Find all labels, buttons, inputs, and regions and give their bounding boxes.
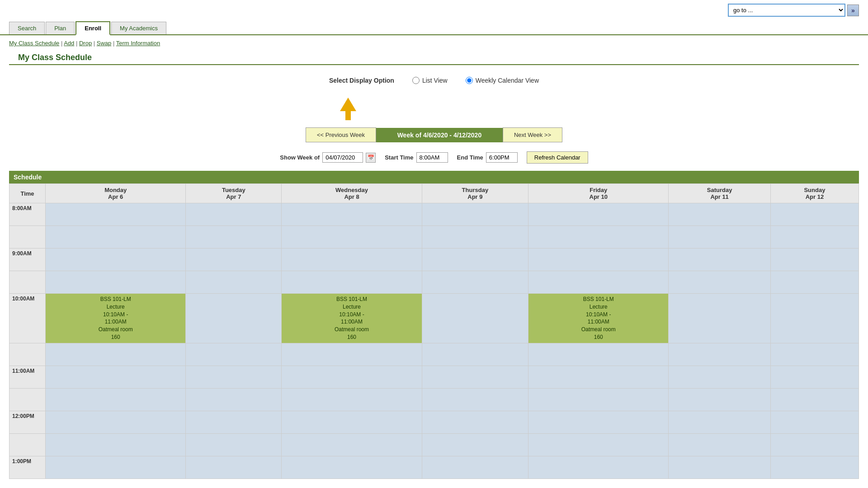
day-cell — [669, 203, 770, 226]
tab-search[interactable]: Search — [9, 22, 45, 34]
prev-week-button[interactable]: << Previous Week — [306, 127, 376, 142]
table-row — [9, 388, 859, 411]
goto-container: go to ... » — [728, 4, 859, 17]
col-sunday: Sunday Apr 12 — [770, 184, 859, 203]
day-cell[interactable]: BSS 101-LMLecture10:10AM -11:00AMOatmeal… — [282, 294, 422, 343]
list-view-option[interactable]: List View — [412, 77, 448, 84]
day-cell — [770, 433, 859, 456]
day-cell — [422, 294, 528, 343]
display-option-row: Select Display Option List View Weekly C… — [0, 72, 868, 89]
day-cell — [669, 366, 770, 388]
tab-plan[interactable]: Plan — [46, 22, 75, 34]
day-cell — [528, 366, 669, 388]
start-time-label: Start Time — [385, 154, 413, 161]
day-cell — [282, 366, 422, 388]
goto-select[interactable]: go to ... — [728, 4, 845, 17]
subnav-swap[interactable]: Swap — [97, 40, 112, 47]
day-cell — [422, 343, 528, 366]
weekly-view-radio[interactable] — [466, 77, 473, 84]
schedule-container: Schedule Time Monday Apr 6 Tuesday Apr 7… — [9, 171, 859, 479]
refresh-calendar-button[interactable]: Refresh Calendar — [527, 151, 588, 164]
day-cell — [46, 433, 186, 456]
day-cell — [770, 456, 859, 479]
week-label: Week of 4/6/2020 - 4/12/2020 — [376, 128, 503, 142]
day-cell[interactable]: BSS 101-LMLecture10:10AM -11:00AMOatmeal… — [528, 294, 669, 343]
time-cell — [9, 343, 46, 366]
time-cell — [9, 388, 46, 411]
day-cell — [422, 433, 528, 456]
col-saturday: Saturday Apr 11 — [669, 184, 770, 203]
time-cell: 12:00PM — [9, 411, 46, 433]
day-cell — [422, 388, 528, 411]
day-cell — [528, 226, 669, 249]
top-bar: go to ... » — [0, 0, 868, 20]
tab-enroll[interactable]: Enroll — [75, 21, 110, 35]
nav-tabs: Search Plan Enroll My Academics — [0, 20, 868, 35]
day-cell — [669, 226, 770, 249]
start-time-input[interactable] — [416, 152, 448, 163]
end-time-label: End Time — [457, 154, 483, 161]
day-cell — [770, 343, 859, 366]
day-cell — [669, 456, 770, 479]
col-time: Time — [9, 184, 46, 203]
day-cell — [770, 226, 859, 249]
subnav-add[interactable]: Add — [64, 40, 74, 47]
next-week-button[interactable]: Next Week >> — [503, 127, 562, 142]
day-cell — [528, 203, 669, 226]
goto-button[interactable]: » — [847, 5, 859, 16]
weekly-view-label: Weekly Calendar View — [476, 77, 539, 84]
col-thursday: Thursday Apr 9 — [422, 184, 528, 203]
day-cell — [186, 343, 282, 366]
calendar-controls: Show Week of 📅 Start Time End Time Refre… — [0, 148, 868, 167]
day-cell — [422, 456, 528, 479]
day-cell — [669, 433, 770, 456]
day-cell — [282, 388, 422, 411]
day-cell — [422, 203, 528, 226]
subnav-term-info[interactable]: Term Information — [116, 40, 160, 47]
table-row — [9, 271, 859, 294]
week-nav: << Previous Week Week of 4/6/2020 - 4/12… — [0, 127, 868, 142]
schedule-table: Time Monday Apr 6 Tuesday Apr 7 Wednesda… — [9, 183, 859, 479]
arrow-up-icon — [340, 98, 356, 111]
day-cell — [46, 249, 186, 271]
table-row: 8:00AM — [9, 203, 859, 226]
day-cell — [770, 294, 859, 343]
day-cell — [422, 249, 528, 271]
day-cell — [186, 226, 282, 249]
col-wednesday: Wednesday Apr 8 — [282, 184, 422, 203]
day-cell — [528, 456, 669, 479]
show-week-input[interactable] — [322, 152, 363, 163]
day-cell — [186, 388, 282, 411]
day-cell — [669, 294, 770, 343]
schedule-header: Schedule — [9, 171, 859, 183]
day-cell — [770, 388, 859, 411]
day-cell — [770, 411, 859, 433]
arrow-shaft — [345, 111, 351, 120]
day-cell — [282, 433, 422, 456]
day-cell — [282, 203, 422, 226]
day-cell[interactable]: BSS 101-LMLecture10:10AM -11:00AMOatmeal… — [46, 294, 186, 343]
day-cell — [669, 388, 770, 411]
tab-myacademics[interactable]: My Academics — [111, 22, 166, 34]
end-time-input[interactable] — [486, 152, 518, 163]
subnav-my-class-schedule[interactable]: My Class Schedule — [9, 40, 59, 47]
list-view-radio[interactable] — [412, 77, 420, 84]
day-cell — [186, 433, 282, 456]
day-cell — [46, 388, 186, 411]
table-row — [9, 343, 859, 366]
day-cell — [669, 411, 770, 433]
subnav-drop[interactable]: Drop — [79, 40, 92, 47]
day-cell — [186, 294, 282, 343]
day-cell — [46, 343, 186, 366]
day-cell — [528, 388, 669, 411]
day-cell — [669, 271, 770, 294]
day-cell — [528, 433, 669, 456]
day-cell — [186, 411, 282, 433]
calendar-picker-icon[interactable]: 📅 — [366, 153, 376, 163]
day-cell — [422, 366, 528, 388]
col-friday: Friday Apr 10 — [528, 184, 669, 203]
day-cell — [46, 366, 186, 388]
sub-nav: My Class Schedule | Add | Drop | Swap | … — [0, 37, 868, 49]
day-cell — [186, 456, 282, 479]
weekly-view-option[interactable]: Weekly Calendar View — [466, 77, 539, 84]
